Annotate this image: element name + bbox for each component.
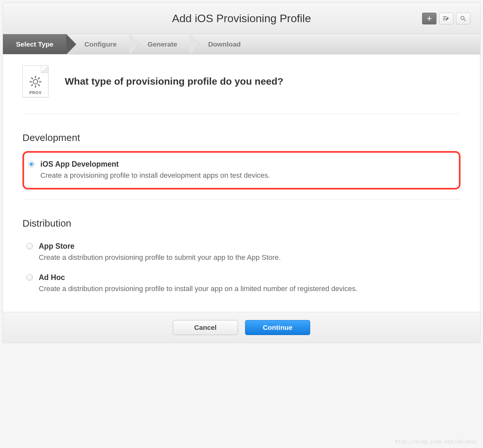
gear-icon	[29, 75, 42, 89]
wizard-footer: Cancel Continue	[3, 312, 480, 343]
option-ios-app-development[interactable]: iOS App Development Create a provisionin…	[22, 151, 461, 189]
option-desc: Create a distribution provisioning profi…	[39, 284, 358, 294]
edit-list-icon	[443, 16, 450, 21]
section-title-development: Development	[22, 132, 461, 143]
header-toolbar	[422, 13, 470, 24]
step-label: Generate	[147, 40, 177, 48]
search-button[interactable]	[456, 13, 470, 24]
radio-app-store[interactable]	[26, 243, 33, 249]
option-ad-hoc[interactable]: Ad Hoc Create a distribution provisionin…	[22, 268, 461, 299]
question-title: What type of provisioning profile do you…	[65, 76, 283, 87]
provisioning-file-icon: PROV	[22, 65, 48, 97]
continue-button[interactable]: Continue	[245, 320, 310, 335]
page-header: Add iOS Provisioning Profile	[3, 3, 480, 34]
edit-button[interactable]	[439, 13, 453, 24]
content-area: PROV What type of provisioning profile d…	[3, 54, 480, 312]
add-button[interactable]	[422, 13, 436, 24]
section-divider	[22, 199, 461, 200]
prov-label: PROV	[29, 91, 42, 95]
option-title: App Store	[39, 242, 281, 251]
step-label: Select Type	[16, 40, 53, 48]
search-icon	[460, 16, 466, 21]
option-desc: Create a distribution provisioning profi…	[39, 253, 281, 263]
radio-ad-hoc[interactable]	[26, 274, 33, 281]
plus-icon	[426, 16, 432, 21]
wizard-steps: Select Type Configure Generate Download	[3, 34, 480, 54]
radio-ios-app-development[interactable]	[28, 161, 34, 167]
option-title: Ad Hoc	[39, 273, 358, 282]
option-app-store[interactable]: App Store Create a distribution provisio…	[22, 237, 461, 268]
development-section: Development iOS App Development Create a…	[22, 132, 461, 200]
svg-point-1	[33, 79, 38, 84]
page-title: Add iOS Provisioning Profile	[172, 12, 311, 25]
watermark: http://blog.csdn.net/dalehui	[395, 439, 477, 445]
step-label: Configure	[84, 40, 117, 48]
provisioning-profile-wizard: Add iOS Provisioning Profile Select Type…	[3, 3, 480, 343]
svg-point-0	[461, 16, 464, 20]
cancel-button[interactable]: Cancel	[173, 320, 238, 335]
step-label: Download	[208, 40, 241, 48]
option-title: iOS App Development	[40, 160, 270, 169]
content-header: PROV What type of provisioning profile d…	[22, 65, 461, 114]
section-title-distribution: Distribution	[22, 218, 461, 229]
step-select-type[interactable]: Select Type	[3, 34, 66, 54]
option-desc: Create a provisioning profile to install…	[40, 171, 270, 181]
distribution-section: Distribution App Store Create a distribu…	[22, 218, 461, 299]
